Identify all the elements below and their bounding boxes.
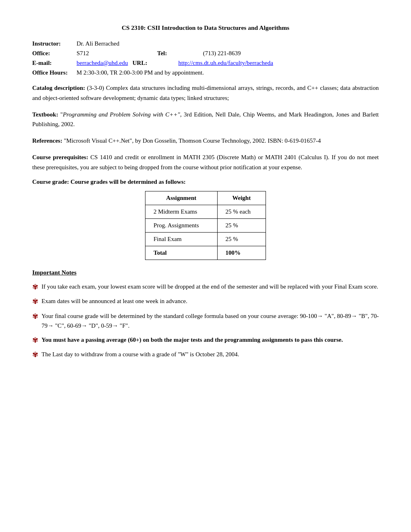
note-text-5: The Last day to withdraw from a course w… <box>42 349 379 360</box>
textbook-label: Textbook: <box>32 111 58 118</box>
grade-table: Assignment Weight 2 Midterm Exams 25 % e… <box>145 191 266 260</box>
bullet-icon-3: ✾ <box>32 312 38 322</box>
url-label: URL: <box>133 58 177 68</box>
table-cell-total: Total <box>145 246 218 260</box>
table-cell-final: Final Exam <box>145 233 218 246</box>
textbook-quote-text: "Programming and Problem Solving with C+… <box>32 111 379 128</box>
textbook-section: Textbook: "Programming and Problem Solvi… <box>32 110 379 130</box>
course-grade-heading: Course grade: Course grades will be dete… <box>32 179 379 185</box>
table-header-assignment: Assignment <box>145 191 218 205</box>
list-item: ✾ The Last day to withdraw from a course… <box>32 349 379 360</box>
list-item: ✾ Exam dates will be announced at least … <box>32 296 379 307</box>
email-label: E-mail: <box>32 58 77 68</box>
bullet-icon-2: ✾ <box>32 297 38 307</box>
note-text-3: Your final course grade will be determin… <box>42 311 379 331</box>
table-cell-total-weight: 100% <box>217 246 266 260</box>
references-text: "Microsoft Visual C++.Net", by Don Gosse… <box>64 137 321 144</box>
references-label: References: <box>32 137 62 144</box>
office-hours-label: Office Hours: <box>32 68 77 77</box>
instructor-label: Instructor: <box>32 39 77 48</box>
bullet-icon-1: ✾ <box>32 282 38 292</box>
office-value: S712 <box>77 48 157 58</box>
page-title: CS 2310: CSII Introduction to Data Struc… <box>32 24 379 31</box>
bullet-icon-5: ✾ <box>32 350 38 360</box>
table-row: 2 Midterm Exams 25 % each <box>145 205 266 219</box>
table-cell-prog-weight: 25 % <box>217 219 266 233</box>
table-cell-midterm-weight: 25 % each <box>217 205 266 219</box>
table-header-row: Assignment Weight <box>145 191 266 205</box>
list-item: ✾ Your final course grade will be determ… <box>32 311 379 331</box>
tel-value: (713) 221-8639 <box>203 48 241 58</box>
catalog-label: Catalog description: <box>32 85 85 91</box>
notes-list: ✾ If you take each exam, your lowest exa… <box>32 282 379 360</box>
note-text-4: You must have a passing average (60+) on… <box>42 335 379 345</box>
prereq-label: Course prerequisites: <box>32 154 88 160</box>
table-cell-final-weight: 25 % <box>217 233 266 246</box>
instructor-block: Instructor: Dr. Ali Berrached Office: S7… <box>32 39 379 77</box>
important-notes-heading: Important Notes <box>32 269 379 276</box>
email-link[interactable]: berracheda@uhd.edu <box>77 58 128 68</box>
table-row: Final Exam 25 % <box>145 233 266 246</box>
list-item: ✾ If you take each exam, your lowest exa… <box>32 282 379 292</box>
catalog-section: Catalog description: (3-3-0) Complex dat… <box>32 83 379 103</box>
note-text-1: If you take each exam, your lowest exam … <box>42 282 379 292</box>
bullet-icon-4: ✾ <box>32 335 38 345</box>
references-section: References: "Microsoft Visual C++.Net", … <box>32 136 379 146</box>
url-link[interactable]: http://cms.dt.uh.edu/faculty/berracheda <box>179 58 273 68</box>
office-hours-value: M 2:30-3:00, TR 2:00-3:00 PM and by appo… <box>77 68 204 77</box>
note-text-2: Exam dates will be announced at least on… <box>42 296 379 306</box>
tel-label: Tel: <box>157 48 201 58</box>
table-row: Prog. Assignments 25 % <box>145 219 266 233</box>
table-cell-prog: Prog. Assignments <box>145 219 218 233</box>
table-cell-midterm: 2 Midterm Exams <box>145 205 218 219</box>
table-header-weight: Weight <box>217 191 266 205</box>
table-row: Total 100% <box>145 246 266 260</box>
list-item: ✾ You must have a passing average (60+) … <box>32 335 379 345</box>
office-label: Office: <box>32 48 77 58</box>
grade-table-container: Assignment Weight 2 Midterm Exams 25 % e… <box>32 191 379 260</box>
instructor-value: Dr. Ali Berrached <box>77 39 119 48</box>
prereq-section: Course prerequisites: CS 1410 and credit… <box>32 152 379 172</box>
